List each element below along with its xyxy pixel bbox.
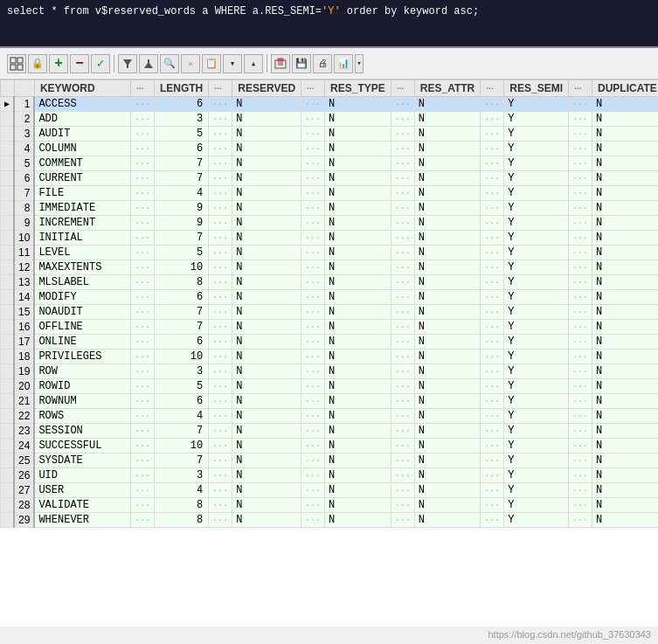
res-attr-cell: N — [414, 156, 480, 171]
duplicate-cell: N — [592, 231, 658, 246]
table-row[interactable]: 18PRIVILEGES···10···N···N···N···Y···N··· — [1, 350, 659, 364]
reserved-cell: N — [232, 305, 301, 320]
keyword-cell: ONLINE — [34, 335, 130, 350]
filter-desc-button[interactable] — [118, 54, 137, 73]
table-row[interactable]: 21ROWNUM···6···N···N···N···Y···N··· — [1, 394, 659, 409]
res-semi-dots: ··· — [568, 127, 592, 142]
table-row[interactable]: 15NOAUDIT···7···N···N···N···Y···N··· — [1, 305, 659, 320]
table-row[interactable]: 16OFFLINE···7···N···N···N···Y···N··· — [1, 320, 659, 335]
table-row[interactable]: 10INITIAL···7···N···N···N···Y···N··· — [1, 231, 659, 246]
length-cell: 7 — [154, 320, 208, 335]
res-type-cell: N — [325, 260, 391, 275]
table-row[interactable]: 14MODIFY···6···N···N···N···Y···N··· — [1, 290, 659, 305]
search-button[interactable]: 🔍 — [160, 54, 179, 73]
sql-editor[interactable]: select * from v$reserved_words a WHERE a… — [0, 0, 658, 48]
col-header-duplicate[interactable]: DUPLICATE — [592, 80, 658, 97]
row-number: 25 — [14, 454, 34, 468]
clear-button[interactable]: ✕ — [181, 54, 200, 73]
res-attr-cell: N — [414, 350, 480, 364]
col-header-reserved[interactable]: RESERVED — [232, 80, 301, 97]
table-row[interactable]: 13MLSLABEL···8···N···N···N···Y···N··· — [1, 275, 659, 290]
col-header-res-attr[interactable]: RES_ATTR — [414, 80, 480, 97]
table-row[interactable]: 6CURRENT···7···N···N···N···Y···N··· — [1, 171, 659, 186]
table-row[interactable]: 3AUDIT···5···N···N···N···Y···N··· — [1, 127, 659, 142]
table-row[interactable]: 20ROWID···5···N···N···N···Y···N··· — [1, 379, 659, 394]
keyword-cell: SUCCESSFUL — [34, 439, 130, 454]
duplicate-cell: N — [592, 156, 658, 171]
save-button[interactable]: 💾 — [292, 54, 311, 73]
res-type-cell: N — [325, 186, 391, 201]
row-number: 3 — [14, 127, 34, 142]
col-header-keyword-dots: ··· — [130, 80, 154, 97]
col-header-length[interactable]: LENGTH — [154, 80, 208, 97]
res-attr-dots: ··· — [481, 498, 504, 513]
table-row[interactable]: 19ROW···3···N···N···N···Y···N··· — [1, 364, 659, 379]
add-button[interactable]: + — [49, 54, 68, 73]
res-attr-dots: ··· — [481, 483, 504, 498]
col-header-res-semi[interactable]: RES_SEMI — [504, 80, 569, 97]
res-attr-cell: N — [414, 216, 480, 231]
length-cell: 6 — [154, 142, 208, 156]
row-number: 7 — [14, 186, 34, 201]
confirm-button[interactable]: ✓ — [91, 54, 110, 73]
table-row[interactable]: 22ROWS···4···N···N···N···Y···N··· — [1, 409, 659, 424]
row-number: 2 — [14, 112, 34, 127]
reserved-dots: ··· — [301, 483, 325, 498]
table-row[interactable]: 29WHENEVER···8···N···N···N···Y···N··· — [1, 513, 659, 528]
row-indicator — [1, 350, 15, 364]
res-semi-dots: ··· — [568, 379, 592, 394]
keyword-cell: AUDIT — [34, 127, 130, 142]
keyword-cell: SESSION — [34, 424, 130, 439]
arrow-down-button[interactable]: ▾ — [223, 54, 242, 73]
col-header-keyword[interactable]: KEYWORD — [34, 80, 130, 97]
table-row[interactable]: 23SESSION···7···N···N···N···Y···N··· — [1, 424, 659, 439]
table-row[interactable]: ▶1ACCESS···6···N···N···N···Y···N··· — [1, 97, 659, 112]
duplicate-cell: N — [592, 409, 658, 424]
table-row[interactable]: 9INCREMENT···9···N···N···N···Y···N··· — [1, 216, 659, 231]
res-semi-cell: Y — [504, 335, 569, 350]
table-row[interactable]: 26UID···3···N···N···N···Y···N··· — [1, 468, 659, 483]
res-semi-cell: Y — [504, 350, 569, 364]
duplicate-cell: N — [592, 275, 658, 290]
filter-asc-button[interactable] — [139, 54, 158, 73]
res-attr-cell: N — [414, 97, 480, 112]
keyword-cell: ADD — [34, 112, 130, 127]
lock-icon[interactable]: 🔒 — [28, 54, 47, 73]
table-row[interactable]: 17ONLINE···6···N···N···N···Y···N··· — [1, 335, 659, 350]
reserved-dots: ··· — [301, 201, 325, 216]
table-row[interactable]: 12MAXEXTENTS···10···N···N···N···Y···N··· — [1, 260, 659, 275]
table-row[interactable]: 2ADD···3···N···N···N···Y···N··· — [1, 112, 659, 127]
keyword-dots: ··· — [130, 260, 154, 275]
table-row[interactable]: 11LEVEL···5···N···N···N···Y···N··· — [1, 246, 659, 260]
remove-button[interactable]: − — [70, 54, 89, 73]
arrow-up-button[interactable]: ▴ — [244, 54, 263, 73]
reserved-dots: ··· — [301, 424, 325, 439]
table-row[interactable]: 8IMMEDIATE···9···N···N···N···Y···N··· — [1, 201, 659, 216]
table-row[interactable]: 27USER···4···N···N···N···Y···N··· — [1, 483, 659, 498]
length-cell: 7 — [154, 171, 208, 186]
length-dots: ··· — [209, 201, 232, 216]
paste-button[interactable]: 📋 — [202, 54, 221, 73]
res-semi-cell: Y — [504, 275, 569, 290]
chart-button[interactable]: 📊 — [334, 54, 353, 73]
table-row[interactable]: 5COMMENT···7···N···N···N···Y···N··· — [1, 156, 659, 171]
reserved-dots: ··· — [301, 454, 325, 468]
table-row[interactable]: 4COLUMN···6···N···N···N···Y···N··· — [1, 142, 659, 156]
res-type-dots: ··· — [391, 394, 414, 409]
export-button[interactable] — [271, 54, 290, 73]
data-grid[interactable]: KEYWORD ··· LENGTH ··· RESERVED ··· RES_… — [0, 80, 658, 627]
print-button[interactable]: 🖨 — [313, 54, 332, 73]
table-row[interactable]: 25SYSDATE···7···N···N···N···Y···N··· — [1, 454, 659, 468]
reserved-cell: N — [232, 350, 301, 364]
table-row[interactable]: 7FILE···4···N···N···N···Y···N··· — [1, 186, 659, 201]
length-cell: 5 — [154, 127, 208, 142]
chart-dropdown-button[interactable]: ▾ — [355, 54, 364, 73]
table-row[interactable]: 28VALIDATE···8···N···N···N···Y···N··· — [1, 498, 659, 513]
table-row[interactable]: 24SUCCESSFUL···10···N···N···N···Y···N··· — [1, 439, 659, 454]
col-header-res-type[interactable]: RES_TYPE — [325, 80, 391, 97]
res-type-cell: N — [325, 350, 391, 364]
res-attr-dots: ··· — [481, 468, 504, 483]
grid-icon[interactable] — [7, 54, 26, 73]
res-attr-cell: N — [414, 290, 480, 305]
res-semi-cell: Y — [504, 186, 569, 201]
